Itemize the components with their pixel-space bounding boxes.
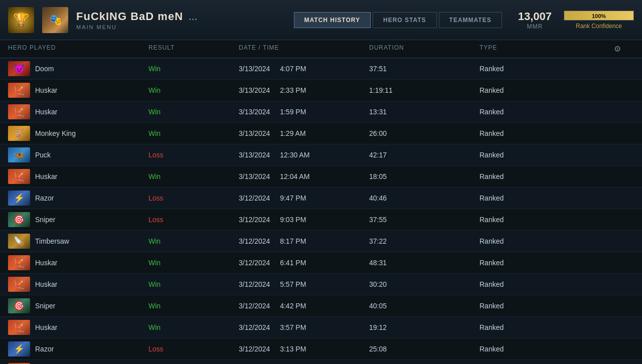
match-history-table: HERO PLAYED RESULT DATE / TIME DURATION …	[0, 40, 642, 364]
date-value: 3/13/2024	[239, 65, 270, 73]
hero-cell: 🏹 Huskar	[8, 83, 148, 98]
tab-hero-stats[interactable]: HERO STATS	[373, 12, 437, 28]
type-cell: Ranked	[479, 194, 614, 202]
table-row[interactable]: 🏹 Huskar Win 3/12/2024 5:57 PM 30:20 Ran…	[0, 274, 642, 295]
table-row[interactable]: ⚡ Razor Loss 3/12/2024 9:47 PM 40:46 Ran…	[0, 188, 642, 209]
time-value: 4:07 PM	[280, 65, 306, 73]
table-row[interactable]: 🎯 Sniper Loss 3/12/2024 9:03 PM 37:55 Ra…	[0, 209, 642, 231]
hero-icon: 🏹	[8, 169, 30, 184]
date-cell: 3/12/2024 3:13 PM	[239, 345, 369, 353]
settings-icon[interactable]: ⚙	[614, 45, 621, 53]
result-cell: Win	[148, 65, 239, 73]
table-row[interactable]: 🏹 Huskar Win 3/13/2024 12:04 AM 18:05 Ra…	[0, 166, 642, 188]
date-cell: 3/13/2024 1:29 AM	[239, 129, 369, 137]
time-value: 12:30 AM	[280, 151, 309, 159]
main-menu-label: MAIN MENU	[76, 24, 278, 30]
hero-name: Monkey King	[35, 129, 76, 137]
hero-icon: 🦋	[8, 147, 30, 162]
hero-cell: 🦋 Puck	[8, 147, 148, 162]
hero-icon: 🪚	[8, 234, 30, 249]
duration-cell: 1:19:11	[369, 86, 479, 94]
table-row[interactable]: 🏹 Huskar Win 3/12/2024 3:57 PM 19:12 Ran…	[0, 317, 642, 338]
hero-icon: 🏹	[8, 83, 30, 98]
hero-icon: ⚡	[8, 191, 30, 206]
hero-name: Huskar	[35, 280, 57, 288]
time-value: 2:33 PM	[280, 86, 306, 94]
hero-name: Doom	[35, 65, 54, 73]
hero-icon: 🎯	[8, 298, 30, 313]
date-value: 3/13/2024	[239, 172, 270, 180]
type-cell: Ranked	[479, 151, 614, 159]
col-hero: HERO PLAYED	[8, 44, 148, 54]
type-cell: Ranked	[479, 129, 614, 137]
result-cell: Loss	[148, 216, 239, 224]
type-cell: Ranked	[479, 108, 614, 116]
duration-cell: 40:05	[369, 302, 479, 310]
type-cell: Ranked	[479, 172, 614, 180]
hero-name: Huskar	[35, 86, 57, 94]
hero-name: Huskar	[35, 259, 57, 267]
hero-name: Timbersaw	[35, 237, 69, 245]
hero-name: Razor	[35, 345, 54, 353]
mmr-label: MMR	[518, 23, 552, 30]
col-type: TYPE	[479, 44, 614, 54]
rank-bar: 100%	[564, 11, 634, 21]
rank-bar-text: 100%	[564, 11, 633, 21]
table-row[interactable]: 😈 Doom Win 3/13/2024 4:07 PM 37:51 Ranke…	[0, 58, 642, 80]
table-row[interactable]: 🦇 Batrider Win 3/12/2024 2:40 PM 23:25 R…	[0, 360, 642, 364]
date-cell: 3/13/2024 4:07 PM	[239, 65, 369, 73]
type-cell: Ranked	[479, 280, 614, 288]
duration-cell: 37:55	[369, 216, 479, 224]
app-logo: 🏆	[8, 7, 34, 33]
date-cell: 3/12/2024 9:47 PM	[239, 194, 369, 202]
hero-name: Huskar	[35, 323, 57, 331]
time-value: 6:41 PM	[280, 259, 306, 267]
hero-name: Sniper	[35, 216, 55, 224]
hero-icon: 🐒	[8, 126, 30, 141]
type-cell: Ranked	[479, 345, 614, 353]
date-value: 3/13/2024	[239, 86, 270, 94]
date-cell: 3/13/2024 12:30 AM	[239, 151, 369, 159]
type-cell: Ranked	[479, 65, 614, 73]
hero-cell: 🏹 Huskar	[8, 104, 148, 119]
col-result: RESULT	[148, 44, 239, 54]
duration-cell: 30:20	[369, 280, 479, 288]
result-cell: Loss	[148, 151, 239, 159]
date-cell: 3/12/2024 8:17 PM	[239, 237, 369, 245]
tab-teammates[interactable]: TEAMMATES	[439, 12, 502, 28]
hero-icon: 😈	[8, 61, 30, 76]
tab-match-history[interactable]: MATCH HISTORY	[294, 12, 371, 28]
result-cell: Loss	[148, 345, 239, 353]
header: 🏆 🎭 FuCkING BaD meN ... MAIN MENU MATCH …	[0, 0, 642, 40]
hero-cell: 🐒 Monkey King	[8, 126, 148, 141]
hero-cell: ⚡ Razor	[8, 341, 148, 356]
result-cell: Win	[148, 129, 239, 137]
table-row[interactable]: 🏹 Huskar Win 3/13/2024 2:33 PM 1:19:11 R…	[0, 80, 642, 101]
hero-cell: 🏹 Huskar	[8, 277, 148, 292]
table-row[interactable]: 🏹 Huskar Win 3/13/2024 1:59 PM 13:31 Ran…	[0, 101, 642, 123]
table-row[interactable]: ⚡ Razor Loss 3/12/2024 3:13 PM 25:08 Ran…	[0, 338, 642, 360]
type-cell: Ranked	[479, 323, 614, 331]
table-row[interactable]: 🎯 Sniper Win 3/12/2024 4:42 PM 40:05 Ran…	[0, 295, 642, 317]
hero-icon: 🏹	[8, 255, 30, 270]
time-value: 9:03 PM	[280, 216, 306, 224]
table-row[interactable]: 🦋 Puck Loss 3/13/2024 12:30 AM 42:17 Ran…	[0, 144, 642, 166]
date-value: 3/12/2024	[239, 194, 270, 202]
date-value: 3/12/2024	[239, 323, 270, 331]
date-cell: 3/12/2024 4:42 PM	[239, 302, 369, 310]
type-cell: Ranked	[479, 237, 614, 245]
table-row[interactable]: 🐒 Monkey King Win 3/13/2024 1:29 AM 26:0…	[0, 123, 642, 144]
duration-cell: 42:17	[369, 151, 479, 159]
date-cell: 3/13/2024 1:59 PM	[239, 108, 369, 116]
table-header: HERO PLAYED RESULT DATE / TIME DURATION …	[0, 40, 642, 58]
table-row[interactable]: 🏹 Huskar Win 3/12/2024 6:41 PM 48:31 Ran…	[0, 252, 642, 274]
mmr-value: 13,007	[518, 10, 552, 23]
date-value: 3/12/2024	[239, 237, 270, 245]
date-value: 3/13/2024	[239, 129, 270, 137]
hero-cell: 🎯 Sniper	[8, 212, 148, 227]
time-value: 3:13 PM	[280, 345, 306, 353]
duration-cell: 40:46	[369, 194, 479, 202]
table-row[interactable]: 🪚 Timbersaw Win 3/12/2024 8:17 PM 37:22 …	[0, 231, 642, 252]
result-cell: Win	[148, 108, 239, 116]
hero-cell: 🎯 Sniper	[8, 298, 148, 313]
